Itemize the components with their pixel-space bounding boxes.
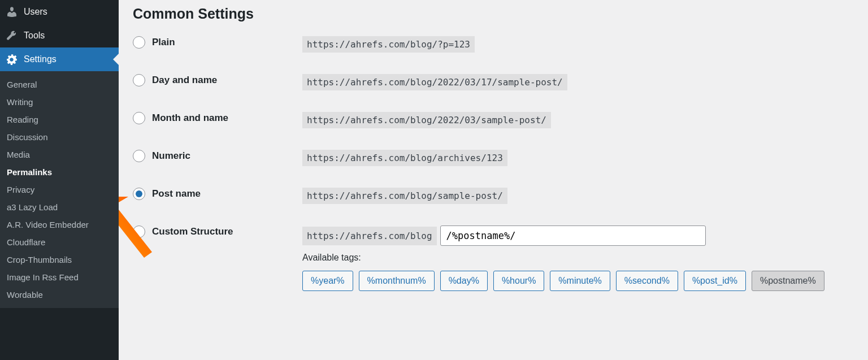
url-example: https://ahrefs.com/blog/2022/03/sample-p… (302, 112, 551, 128)
option-label: Day and name (152, 75, 217, 86)
menu-label: Settings (24, 54, 57, 64)
menu-item-settings[interactable]: Settings (0, 47, 119, 71)
tag-post-id[interactable]: %post_id% (684, 271, 746, 291)
menu-label: Tools (24, 31, 45, 41)
tag-monthnum[interactable]: %monthnum% (359, 271, 435, 291)
option-plain: Plain https://ahrefs.com/blog/?p=123 (133, 36, 854, 53)
tag-postname[interactable]: %postname% (752, 271, 824, 291)
submenu-item-image-in-rss-feed[interactable]: Image In Rss Feed (0, 268, 119, 286)
tag-year[interactable]: %year% (302, 271, 353, 291)
settings-submenu: General Writing Reading Discussion Media… (0, 71, 119, 308)
submenu-item-media[interactable]: Media (0, 146, 119, 163)
submenu-item-cloudflare[interactable]: Cloudflare (0, 233, 119, 251)
tag-hour[interactable]: %hour% (493, 271, 544, 291)
available-tags-label: Available tags: (302, 253, 854, 263)
available-tags: %year% %monthnum% %day% %hour% %minute% … (302, 271, 854, 291)
section-title: Common Settings (133, 6, 854, 22)
settings-icon (6, 53, 18, 66)
submenu-item-a3-lazy-load[interactable]: a3 Lazy Load (0, 198, 119, 216)
url-example: https://ahrefs.com/blog/2022/03/17/sampl… (302, 74, 567, 90)
option-label: Numeric (152, 150, 190, 162)
option-label: Month and name (152, 112, 228, 124)
radio-day-and-name[interactable] (133, 74, 145, 86)
radio-numeric[interactable] (133, 150, 145, 162)
users-icon (6, 6, 18, 18)
tag-day[interactable]: %day% (440, 271, 488, 291)
menu-item-tools[interactable]: Tools (0, 24, 119, 47)
admin-sidebar: Users Tools Settings General Writing Rea… (0, 0, 119, 360)
tag-minute[interactable]: %minute% (550, 271, 610, 291)
option-post-name: Post name https://ahrefs.com/blog/sample… (133, 188, 854, 204)
option-month-and-name: Month and name https://ahrefs.com/blog/2… (133, 112, 854, 128)
submenu-item-reading[interactable]: Reading (0, 111, 119, 128)
custom-base-url: https://ahrefs.com/blog (302, 227, 437, 245)
submenu-item-writing[interactable]: Writing (0, 93, 119, 111)
radio-custom-structure[interactable] (133, 225, 145, 238)
menu-label: Users (24, 7, 47, 17)
tools-icon (6, 29, 18, 42)
custom-structure-input[interactable] (440, 225, 706, 246)
option-label: Plain (152, 37, 175, 48)
submenu-item-discussion[interactable]: Discussion (0, 128, 119, 146)
submenu-item-privacy[interactable]: Privacy (0, 181, 119, 198)
main-content: Common Settings Plain https://ahrefs.com… (119, 0, 868, 360)
option-custom-structure: Custom Structure https://ahrefs.com/blog… (133, 225, 854, 291)
submenu-item-wordable[interactable]: Wordable (0, 286, 119, 303)
menu-item-users[interactable]: Users (0, 0, 119, 24)
option-numeric: Numeric https://ahrefs.com/blog/archives… (133, 150, 854, 166)
submenu-item-crop-thumbnails[interactable]: Crop-Thumbnails (0, 251, 119, 268)
url-example: https://ahrefs.com/blog/archives/123 (302, 150, 507, 166)
option-day-and-name: Day and name https://ahrefs.com/blog/202… (133, 74, 854, 90)
submenu-item-permalinks[interactable]: Permalinks (0, 163, 119, 181)
url-example: https://ahrefs.com/blog/sample-post/ (302, 188, 507, 204)
submenu-item-general[interactable]: General (0, 76, 119, 93)
radio-month-and-name[interactable] (133, 112, 145, 124)
option-label: Custom Structure (152, 226, 233, 237)
option-label: Post name (152, 188, 201, 199)
url-example: https://ahrefs.com/blog/?p=123 (302, 36, 475, 53)
radio-post-name[interactable] (133, 188, 145, 200)
submenu-item-ar-video-embedder[interactable]: A.R. Video Embedder (0, 216, 119, 233)
radio-plain[interactable] (133, 36, 145, 49)
tag-second[interactable]: %second% (616, 271, 678, 291)
